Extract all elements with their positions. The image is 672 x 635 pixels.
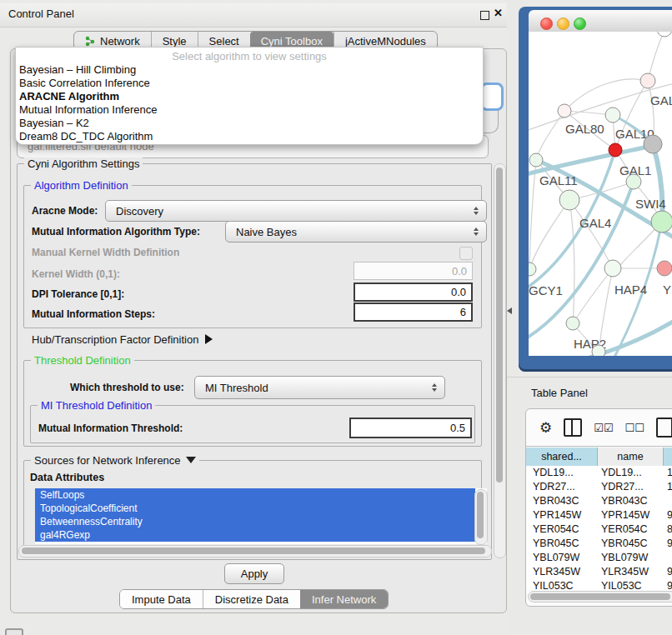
- network-canvas[interactable]: GALGAL80GAL10GAL1GAL11SWI4GAL4GCY1HAP4YH…: [529, 32, 672, 356]
- table-row[interactable]: YPR145WYPR145W9.: [526, 508, 672, 522]
- network-edge[interactable]: [569, 200, 574, 323]
- network-node[interactable]: [651, 211, 672, 232]
- network-edge[interactable]: [529, 160, 536, 269]
- algorithm-option[interactable]: ARACNE Algorithm: [18, 90, 481, 103]
- table-row[interactable]: YIL053CYIL053C9.: [526, 579, 672, 590]
- manual-kernel-width-checkbox[interactable]: [459, 247, 473, 260]
- minimize-traffic-light-icon[interactable]: [557, 18, 569, 30]
- network-node-gal4[interactable]: [559, 190, 579, 210]
- document-icon[interactable]: [656, 418, 672, 438]
- table-toolbar: ⚙ ☑☑ ☐☐: [526, 409, 672, 447]
- mi-algorithm-type-combobox[interactable]: Naive Bayes: [225, 221, 487, 242]
- network-node-gal80[interactable]: [558, 104, 571, 118]
- combo-arrows-icon: [474, 207, 479, 215]
- cyni-algorithm-settings-title: Cyni Algorithm Settings: [24, 158, 143, 170]
- deselect-all-checkboxes-icon[interactable]: ☐☐: [625, 422, 644, 433]
- apply-button[interactable]: Apply: [224, 563, 284, 584]
- hub-factor-expander[interactable]: Hub/Transcription Factor Definition: [32, 333, 213, 346]
- network-node-hap2[interactable]: [566, 317, 579, 330]
- algorithm-option[interactable]: Bayesian – Hill Climbing: [18, 63, 481, 77]
- table-cell: YLR345W: [598, 565, 664, 579]
- data-attribute-item[interactable]: SelfLoops: [35, 488, 475, 502]
- network-node-gcy1[interactable]: [529, 262, 536, 276]
- mi-threshold-label: Mutual Information Threshold:: [38, 422, 183, 434]
- table-horizontal-scrollbar[interactable]: [528, 591, 672, 602]
- column-header-name[interactable]: name: [598, 448, 664, 466]
- apply-button-label: Apply: [241, 568, 268, 580]
- network-edge[interactable]: [573, 268, 613, 323]
- network-node-gal[interactable]: [640, 73, 655, 88]
- close-traffic-light-icon[interactable]: [540, 18, 553, 30]
- zoom-traffic-light-icon[interactable]: [574, 18, 586, 30]
- bottom-tab-discretize-data[interactable]: Discretize Data: [203, 590, 300, 608]
- table-row[interactable]: YER054CYER054C8.: [526, 522, 672, 537]
- tab-label: Select: [209, 35, 239, 48]
- table-cell: 9.: [664, 508, 672, 522]
- network-edge[interactable]: [529, 200, 569, 269]
- group-border-fragment: [482, 110, 499, 133]
- settings-vertical-scrollbar-thumb[interactable]: [496, 168, 503, 482]
- dpi-tolerance-field[interactable]: 0.0: [354, 282, 473, 302]
- table-row[interactable]: YDL19...YDL19...13: [526, 466, 672, 480]
- algorithm-option[interactable]: Bayesian – K2: [18, 117, 481, 130]
- column-header[interactable]: [664, 448, 672, 466]
- table-row[interactable]: YLR345WYLR345W9.: [526, 565, 672, 579]
- data-attributes-list[interactable]: SelfLoopsTopologicalCoefficientBetweenne…: [35, 488, 487, 544]
- select-all-checkboxes-icon[interactable]: ☑☑: [594, 422, 613, 433]
- float-window-icon[interactable]: [480, 11, 489, 20]
- mi-threshold-field[interactable]: 0.5: [349, 418, 472, 438]
- algorithm-option[interactable]: Dream8 DC_TDC Algorithm: [18, 130, 481, 143]
- network-node-gal11[interactable]: [529, 153, 543, 167]
- algorithm-definition-title: Algorithm Definition: [31, 179, 132, 192]
- network-edge[interactable]: [564, 79, 648, 111]
- network-node-gal10[interactable]: [605, 108, 620, 122]
- table-horizontal-scrollbar-thumb[interactable]: [530, 593, 670, 600]
- network-node[interactable]: [592, 345, 605, 356]
- close-icon[interactable]: ✕: [494, 7, 503, 19]
- gear-icon[interactable]: ⚙: [539, 421, 552, 435]
- table-cell: 8.: [664, 522, 672, 537]
- kernel-width-field[interactable]: 0.0: [354, 262, 473, 280]
- table-row[interactable]: YDR27...YDR27...12: [526, 480, 672, 494]
- aracne-mode-label: Aracne Mode:: [32, 205, 98, 217]
- network-node[interactable]: [657, 32, 672, 37]
- node-label: Y: [663, 282, 671, 297]
- bottom-tab-impute-data[interactable]: Impute Data: [120, 590, 203, 608]
- table-cell: YLR345W: [526, 565, 598, 579]
- settings-horizontal-scrollbar[interactable]: [18, 545, 492, 558]
- table-panel-title: Table Panel: [531, 387, 588, 399]
- network-node[interactable]: [644, 135, 662, 153]
- settings-horizontal-scrollbar-thumb[interactable]: [22, 548, 485, 554]
- data-attribute-item[interactable]: BetweennessCentrality: [35, 515, 475, 528]
- node-label: HAP4: [614, 282, 647, 297]
- network-node-y[interactable]: [657, 261, 672, 276]
- data-attribute-item[interactable]: TopologicalCoefficient: [35, 502, 475, 515]
- cut-widget-fragment: [5, 628, 23, 635]
- mi-steps-field[interactable]: 6: [354, 302, 473, 322]
- network-node-gal1[interactable]: [609, 143, 622, 157]
- table-row[interactable]: YBR043CYBR043C: [526, 494, 672, 508]
- bottom-tab-infer-network[interactable]: Infer Network: [300, 590, 388, 608]
- algorithm-option[interactable]: Basic Correlation Inference: [18, 77, 481, 90]
- panel-divider-arrow-icon[interactable]: [507, 308, 512, 314]
- sources-title[interactable]: Sources for Network Inference: [31, 454, 199, 467]
- network-node-hap4[interactable]: [604, 260, 621, 277]
- network-node-swi4[interactable]: [626, 174, 641, 189]
- table-row[interactable]: YBL079WYBL079W: [526, 551, 672, 565]
- table-cell: 9.: [664, 565, 672, 579]
- tab-label: Cyni Toolbox: [261, 35, 323, 48]
- table-panel-divider: [507, 377, 672, 378]
- table-cell: 13: [664, 466, 672, 480]
- inference-algorithm-combobox-fragment[interactable]: [480, 82, 504, 111]
- table-row[interactable]: YBR045CYBR045C9.: [526, 537, 672, 551]
- column-header-shared[interactable]: shared...: [526, 448, 598, 466]
- attributes-list-scrollbar[interactable]: [474, 489, 488, 545]
- settings-vertical-scrollbar[interactable]: [494, 163, 506, 558]
- aracne-mode-combobox[interactable]: Discovery: [105, 200, 487, 222]
- attributes-list-scrollbar-thumb[interactable]: [477, 492, 484, 538]
- algorithm-option[interactable]: Mutual Information Inference: [18, 103, 481, 117]
- table-cell: YDL19...: [598, 466, 664, 480]
- which-threshold-combobox[interactable]: MI Threshold: [194, 376, 445, 399]
- columns-icon[interactable]: [564, 418, 582, 437]
- data-attribute-item[interactable]: gal4RGexp: [35, 528, 475, 542]
